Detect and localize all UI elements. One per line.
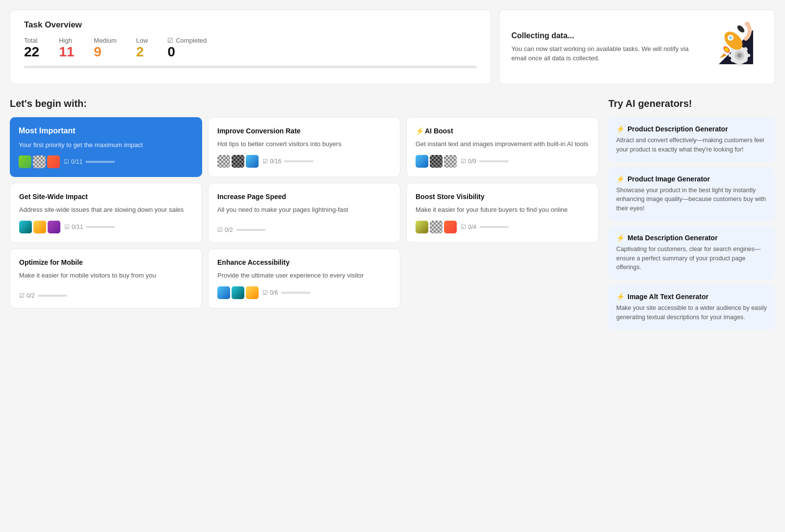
check-icon: ☑ [262,158,268,165]
left-grid: Let's begin with: Most ImportantYour fir… [10,98,599,330]
card-title-optimize-mobile: Optimize for Mobile [19,258,193,267]
count-bar [85,161,115,163]
stat-low-label: Low [136,37,148,44]
count-bar [86,226,115,228]
task-stats: Total 22 High 11 Medium 9 Low 2 ☑ Comple… [24,37,477,59]
bolt-icon: ⚡ [616,234,625,242]
card-desc-site-wide-impact: Address site-wide issues that are slowin… [19,205,193,215]
mini-avatars-most-important [19,155,60,168]
stat-low: Low 2 [136,37,148,59]
card-title-improve-conversion: Improve Conversion Rate [217,127,391,135]
ai-card-image-alt-text[interactable]: ⚡Image Alt Text GeneratorMake your site … [608,285,775,330]
mini-avatars-improve-conversion [217,155,259,168]
card-site-wide-impact[interactable]: Get Site-Wide ImpactAddress site-wide is… [10,183,202,243]
card-enhance-accessibility[interactable]: Enhance AccessibilityProvide the ultimat… [208,249,400,308]
stat-completed-value: 0 [167,44,175,59]
card-boost-store-visibility[interactable]: Boost Store VisibilityMake it easier for… [406,183,599,243]
mini-avatar [33,155,46,168]
task-count-boost-store-visibility: ☑ 0/4 [461,224,509,230]
task-count-most-important: ☑ 0/11 [64,158,115,165]
card-increase-page-speed[interactable]: Increase Page SpeedAll you need to make … [208,183,400,243]
mini-avatar [246,155,259,168]
card-footer-boost-store-visibility: ☑ 0/4 [416,221,589,233]
card-desc-enhance-accessibility: Provide the ultimate user experience to … [217,271,391,280]
stat-total: Total 22 [24,37,39,59]
mini-avatar [33,221,46,233]
top-section: Task Overview Total 22 High 11 Medium 9 … [10,10,775,84]
count-bar [479,160,509,162]
card-title-increase-page-speed: Increase Page Speed [217,192,391,201]
mini-avatar [232,286,244,299]
ai-card-desc-product-description: Attract and convert effectively—making c… [616,136,767,154]
mini-avatar [246,286,259,299]
bolt-icon: ⚡ [416,127,424,135]
mini-avatar [217,286,230,299]
mini-avatar [19,155,31,168]
card-title-boost-store-visibility: Boost Store Visibility [416,192,589,201]
task-count-enhance-accessibility: ☑ 0/6 [262,289,311,296]
svg-point-19 [745,22,750,26]
mini-avatars-site-wide-impact [19,221,60,233]
check-icon: ☑ [461,224,466,230]
check-icon: ☑ [461,158,466,165]
right-panel: Try AI generators! ⚡Product Description … [608,98,775,330]
stat-high-label: High [59,37,74,44]
task-count-improve-conversion: ☑ 0/16 [262,158,314,165]
card-title-enhance-accessibility: Enhance Accessibility [217,258,391,267]
stat-medium-value: 9 [94,44,102,59]
ai-cards-list: ⚡Product Description GeneratorAttract an… [608,117,775,330]
task-count-increase-page-speed: ☑ 0/2 [217,227,265,233]
count-bar [479,226,509,228]
check-icon: ☑ [64,158,69,165]
bolt-icon: ⚡ [616,175,625,183]
card-footer-enhance-accessibility: ☑ 0/6 [217,286,391,299]
count-bar [236,229,265,231]
completed-label-wrap: ☑ Completed [167,37,207,44]
check-icon: ☑ [167,37,173,44]
ai-card-desc-image-alt-text: Make your site accessible to a wider aud… [616,304,767,322]
ai-card-product-image[interactable]: ⚡Product Image GeneratorShowcase your pr… [608,167,775,221]
card-footer-improve-conversion: ☑ 0/16 [217,155,391,168]
card-most-important[interactable]: Most ImportantYour first priority to get… [10,117,202,177]
ai-card-meta-description[interactable]: ⚡Meta Description GeneratorCaptivating f… [608,226,775,280]
mini-avatars-enhance-accessibility [217,286,259,299]
card-title-site-wide-impact: Get Site-Wide Impact [19,192,193,201]
card-optimize-mobile[interactable]: Optimize for MobileMake it easier for mo… [10,249,202,308]
ai-card-product-description[interactable]: ⚡Product Description GeneratorAttract an… [608,117,775,162]
task-overview-title: Task Overview [24,20,477,30]
card-ai-boost[interactable]: ⚡AI BoostGet instant text and images imp… [406,117,599,177]
card-footer-ai-boost: ☑ 0/9 [416,155,589,168]
card-desc-most-important: Your first priority to get the maximum i… [19,140,193,150]
main-section: Let's begin with: Most ImportantYour fir… [10,98,775,330]
cards-grid: Most ImportantYour first priority to get… [10,117,599,308]
stat-total-label: Total [24,37,39,44]
mini-avatars-boost-store-visibility [416,221,457,233]
card-improve-conversion[interactable]: Improve Conversion RateHot tips to bette… [208,117,400,177]
mini-avatar [430,221,443,233]
mini-avatar [444,221,457,233]
mini-avatar [47,155,60,168]
ai-card-title-image-alt-text: ⚡Image Alt Text Generator [616,293,767,301]
mini-avatar [48,221,60,233]
card-title-most-important: Most Important [19,126,193,136]
card-desc-ai-boost: Get instant text and images improvement … [416,139,589,149]
card-desc-increase-page-speed: All you need to make your pages lightnin… [217,205,391,221]
collecting-text: Collecting data... You can now start wor… [511,31,703,63]
svg-point-3 [737,53,742,58]
check-icon: ☑ [262,289,268,296]
bolt-icon: ⚡ [616,125,625,133]
collecting-desc: You can now start working on available t… [511,44,703,63]
mini-avatar [430,155,443,168]
stat-total-value: 22 [24,44,39,59]
task-overview-card: Task Overview Total 22 High 11 Medium 9 … [10,10,491,84]
begin-heading: Let's begin with: [10,98,599,109]
ai-card-title-product-description: ⚡Product Description Generator [616,125,767,133]
mini-avatars-ai-boost [416,155,457,168]
stat-low-value: 2 [136,44,144,59]
svg-rect-6 [729,54,733,57]
svg-rect-7 [746,54,750,57]
stat-completed: ☑ Completed 0 [167,37,207,59]
count-bar [281,292,311,294]
card-desc-optimize-mobile: Make it easier for mobile visitors to bu… [19,271,193,286]
mini-avatar [19,221,32,233]
